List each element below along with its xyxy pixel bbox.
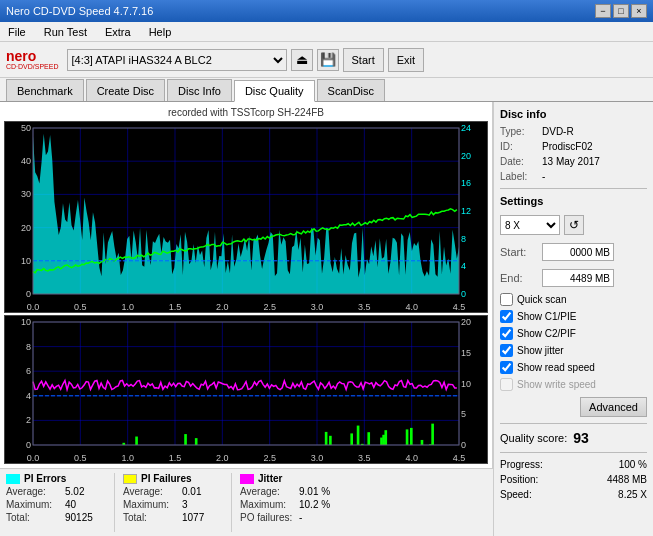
end-row: End: [500,269,647,287]
close-button[interactable]: × [631,4,647,18]
progress-label: Progress: [500,459,543,470]
bottom-chart [4,315,488,464]
pi-errors-avg-value: 5.02 [65,486,84,497]
show-jitter-checkbox[interactable] [500,344,513,357]
menu-bar: File Run Test Extra Help [0,22,653,42]
show-write-speed-checkbox[interactable] [500,378,513,391]
stat-divider-2 [231,473,232,532]
minimize-button[interactable]: − [595,4,611,18]
disc-id-label: ID: [500,141,538,152]
pi-errors-avg-row: Average: 5.02 [6,486,106,497]
stats-bar: PI Errors Average: 5.02 Maximum: 40 Tota… [0,468,493,536]
show-write-speed-label: Show write speed [517,379,596,390]
tab-disc-quality[interactable]: Disc Quality [234,80,315,102]
jitter-legend-box [240,474,254,484]
exit-button[interactable]: Exit [388,48,424,72]
jitter-stats: Jitter Average: 9.01 % Maximum: 10.2 % P… [240,473,340,532]
disc-id-value: ProdiscF02 [542,141,593,152]
show-c1-row: Show C1/PIE [500,310,647,323]
pi-errors-max-label: Maximum: [6,499,61,510]
po-failures-row: PO failures: - [240,512,340,523]
pi-failures-total-row: Total: 1077 [123,512,223,523]
jitter-avg-value: 9.01 % [299,486,330,497]
progress-row: Progress: 100 % [500,459,647,470]
disc-label-label: Label: [500,171,538,182]
pi-errors-label: PI Errors [24,473,66,484]
pi-failures-max-value: 3 [182,499,188,510]
pi-errors-legend-box [6,474,20,484]
show-jitter-row: Show jitter [500,344,647,357]
nero-sub: CD·DVD/SPEED [6,63,59,70]
disc-date-row: Date: 13 May 2017 [500,156,647,167]
start-input[interactable] [542,243,614,261]
jitter-avg-row: Average: 9.01 % [240,486,340,497]
nero-text: nero [6,49,36,63]
pi-errors-total-row: Total: 90125 [6,512,106,523]
start-button[interactable]: Start [343,48,384,72]
pi-errors-max-value: 40 [65,499,76,510]
divider-1 [500,188,647,189]
disc-date-label: Date: [500,156,538,167]
tab-create-disc[interactable]: Create Disc [86,79,165,101]
pi-errors-stats: PI Errors Average: 5.02 Maximum: 40 Tota… [6,473,106,532]
start-label: Start: [500,246,538,258]
disc-type-row: Type: DVD-R [500,126,647,137]
tab-disc-info[interactable]: Disc Info [167,79,232,101]
jitter-max-value: 10.2 % [299,499,330,510]
show-read-speed-row: Show read speed [500,361,647,374]
top-chart [4,121,488,313]
stat-divider-1 [114,473,115,532]
pi-failures-total-label: Total: [123,512,178,523]
jitter-max-row: Maximum: 10.2 % [240,499,340,510]
menu-file[interactable]: File [4,25,30,39]
end-input[interactable] [542,269,614,287]
show-read-speed-checkbox[interactable] [500,361,513,374]
tab-benchmark[interactable]: Benchmark [6,79,84,101]
speed-select[interactable]: 8 X Max 4 X 16 X [500,215,560,235]
menu-runtest[interactable]: Run Test [40,25,91,39]
quick-scan-row: Quick scan [500,293,647,306]
pi-errors-total-label: Total: [6,512,61,523]
drive-select[interactable]: [4:3] ATAPI iHAS324 A BLC2 [67,49,287,71]
show-c1-checkbox[interactable] [500,310,513,323]
position-value: 4488 MB [607,474,647,485]
title-text: Nero CD-DVD Speed 4.7.7.16 [6,5,595,17]
nero-logo: nero CD·DVD/SPEED [6,49,59,70]
quick-scan-label: Quick scan [517,294,566,305]
pi-errors-header: PI Errors [6,473,106,484]
eject-icon[interactable]: ⏏ [291,49,313,71]
disc-date-value: 13 May 2017 [542,156,600,167]
menu-extra[interactable]: Extra [101,25,135,39]
po-failures-value: - [299,512,302,523]
show-c2-checkbox[interactable] [500,327,513,340]
show-c2-row: Show C2/PIF [500,327,647,340]
chart-title: recorded with TSSTcorp SH-224FB [4,106,488,119]
save-icon[interactable]: 💾 [317,49,339,71]
pi-errors-avg-label: Average: [6,486,61,497]
end-label: End: [500,272,538,284]
position-label: Position: [500,474,538,485]
quick-scan-checkbox[interactable] [500,293,513,306]
quality-score-row: Quality score: 93 [500,430,647,446]
divider-2 [500,423,647,424]
disc-label-value: - [542,171,545,182]
menu-help[interactable]: Help [145,25,176,39]
title-bar: Nero CD-DVD Speed 4.7.7.16 − □ × [0,0,653,22]
advanced-button[interactable]: Advanced [580,397,647,417]
quality-score-value: 93 [573,430,589,446]
pi-errors-max-row: Maximum: 40 [6,499,106,510]
pi-failures-avg-row: Average: 0.01 [123,486,223,497]
refresh-button[interactable]: ↺ [564,215,584,235]
jitter-label: Jitter [258,473,282,484]
tab-scandisc[interactable]: ScanDisc [317,79,385,101]
jitter-max-label: Maximum: [240,499,295,510]
show-read-speed-label: Show read speed [517,362,595,373]
disc-type-value: DVD-R [542,126,574,137]
speed-row: 8 X Max 4 X 16 X ↺ [500,215,647,235]
pi-failures-total-value: 1077 [182,512,204,523]
maximize-button[interactable]: □ [613,4,629,18]
disc-id-row: ID: ProdiscF02 [500,141,647,152]
main-content: recorded with TSSTcorp SH-224FB PI Error… [0,102,653,536]
settings-header: Settings [500,195,647,207]
disc-label-row: Label: - [500,171,647,182]
